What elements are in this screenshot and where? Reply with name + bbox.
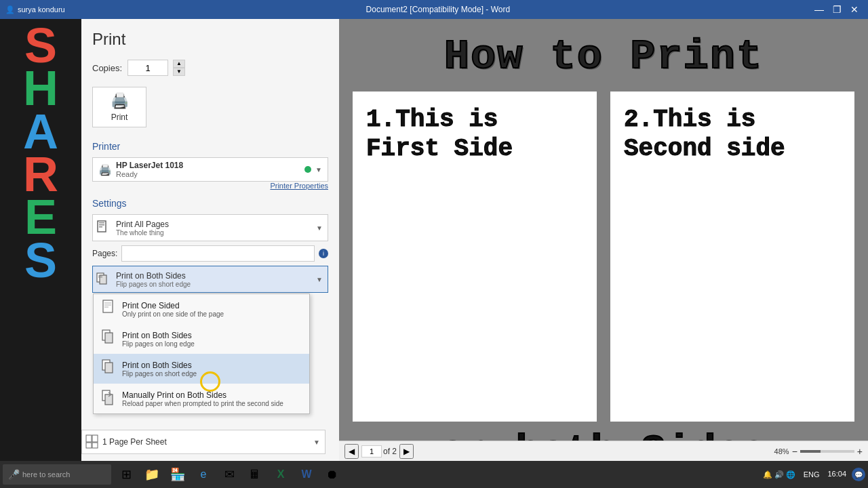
task-view-button[interactable]: ⊞ <box>114 462 138 487</box>
close-button[interactable]: ✕ <box>846 3 863 16</box>
maximize-button[interactable]: ❐ <box>829 3 845 16</box>
zoom-control: 48% − + <box>774 446 863 457</box>
copies-up-button[interactable]: ▲ <box>173 60 185 68</box>
next-page-button[interactable]: ▶ <box>399 444 414 459</box>
printer-name: HP LaserJet 1018 <box>116 161 300 170</box>
dropdown-item-text-2: Print on Both Sides Flip pages on long e… <box>122 331 302 348</box>
pps-icon <box>82 430 102 453</box>
printer-select[interactable]: 🖨️ HP LaserJet 1018 Ready ▼ <box>92 157 328 182</box>
copies-input[interactable] <box>127 60 168 76</box>
print-panel: Print Copies: ▲ ▼ 🖨️ Print Printer 🖨️ HP… <box>81 19 339 488</box>
pages-icon <box>93 215 113 241</box>
duplex-sub: Flip pages on short edge <box>116 281 309 288</box>
page-indicator: of 2 <box>361 445 397 458</box>
dropdown-item-2[interactable]: Print on Both Sides Flip pages on long e… <box>94 324 309 354</box>
printer-dropdown-arrow: ▼ <box>315 166 322 174</box>
svg-rect-20 <box>86 443 92 448</box>
setting-sub-1: The whole thing <box>116 229 309 237</box>
pages-info-icon[interactable]: i <box>319 249 328 258</box>
manual-duplex-icon <box>100 388 117 409</box>
setting-main-1: Print All Pages <box>116 220 309 229</box>
svg-rect-2 <box>99 224 104 226</box>
svg-rect-3 <box>99 226 102 228</box>
dropdown-item-4[interactable]: Manually Print on Both Sides Reload pape… <box>94 384 309 413</box>
print-title: Print <box>92 30 328 49</box>
doc-page-2: 2.This is Second side <box>610 92 854 422</box>
printer-icon-small: 🖨️ <box>98 163 112 176</box>
svg-rect-13 <box>105 333 113 343</box>
mic-icon: 🎤 <box>8 469 20 480</box>
svg-rect-5 <box>100 275 106 284</box>
dropdown-item-text-4: Manually Print on Both Sides Reload pape… <box>122 390 302 407</box>
edge-button[interactable]: e <box>191 462 216 487</box>
doc-page-1: 1.This is First Side <box>353 92 597 422</box>
copies-row: Copies: ▲ ▼ <box>92 60 328 76</box>
doc-title-area: How to Print <box>353 33 854 81</box>
copies-spinner: ▲ ▼ <box>173 60 185 76</box>
total-pages: of 2 <box>383 447 397 456</box>
svg-rect-19 <box>92 435 98 442</box>
taskbar: 🎤 here to search ⊞ 📁 🏪 e ✉ 🖩 X W ⏺ 🔔 🔊 🌐… <box>0 461 868 488</box>
zoom-slider[interactable] <box>800 450 854 453</box>
taskbar-search[interactable]: 🎤 here to search <box>3 464 111 485</box>
svg-rect-8 <box>103 300 113 312</box>
svg-rect-18 <box>86 435 92 442</box>
left-sidebar: S H A R E S <box>0 19 81 488</box>
pages-per-sheet-row[interactable]: 1 Page Per Sheet ▼ <box>81 430 326 454</box>
dropdown-item-3[interactable]: Print on Both Sides Flip pages on short … <box>94 354 309 384</box>
taskbar-search-text: here to search <box>22 470 70 479</box>
print-all-pages-setting[interactable]: Print All Pages The whole thing ▼ <box>92 214 328 241</box>
svg-rect-1 <box>99 222 104 224</box>
taskbar-time: 16:04 <box>827 469 846 479</box>
print-button[interactable]: 🖨️ Print <box>92 87 146 127</box>
duplex-text: Print on Both Sides Flip pages on short … <box>113 270 311 289</box>
print-button-wrap: 🖨️ Print <box>92 87 328 127</box>
print-btn-label: Print <box>111 113 128 122</box>
copies-down-button[interactable]: ▼ <box>173 68 185 76</box>
duplex-arrow: ▼ <box>311 266 328 292</box>
minimize-button[interactable]: — <box>811 3 827 16</box>
page2-text: 2.This is Second side <box>624 105 841 163</box>
zoom-out-button[interactable]: − <box>792 446 797 457</box>
excel-button[interactable]: X <box>269 462 293 487</box>
page-number-input[interactable] <box>361 445 382 458</box>
email-button[interactable]: ✉ <box>217 462 241 487</box>
printer-icon: 🖨️ <box>111 92 129 110</box>
print-all-pages-text: Print All Pages The whole thing <box>113 218 311 238</box>
prev-page-button[interactable]: ◀ <box>344 444 359 459</box>
zoom-in-button[interactable]: + <box>857 446 863 457</box>
title-bar-title: Document2 [Compatibility Mode] - Word <box>65 5 811 14</box>
both-sides-short-icon <box>100 358 117 380</box>
printer-section-title: Printer <box>92 141 328 152</box>
taskbar-lang: ENG <box>801 470 823 479</box>
setting-arrow-1: ▼ <box>311 215 328 241</box>
taskbar-icons: 🔔 🔊 🌐 <box>763 470 795 479</box>
dropdown-item-text-1: Print One Sided Only print on one side o… <box>122 301 302 318</box>
sidebar-letters: S H A R E S <box>0 19 81 287</box>
printer-info: HP LaserJet 1018 Ready <box>116 161 300 178</box>
printer-status-dot <box>304 166 311 173</box>
document-area: How to Print 1.This is First Side 2.This… <box>339 19 868 488</box>
file-explorer-button[interactable]: 📁 <box>140 462 164 487</box>
title-bar: 👤 surya konduru Document2 [Compatibility… <box>0 0 868 19</box>
duplex-setting[interactable]: Print on Both Sides Flip pages on short … <box>92 266 328 293</box>
pages-label: Pages: <box>92 249 117 258</box>
taskbar-right: 🔔 🔊 🌐 ENG 16:04 💬 <box>763 468 866 481</box>
title-bar-controls: — ❐ ✕ <box>811 3 863 16</box>
svg-rect-21 <box>92 443 98 448</box>
both-sides-long-icon <box>100 328 117 350</box>
dropdown-item-1[interactable]: Print One Sided Only print on one side o… <box>94 294 309 324</box>
title-bar-user: 👤 surya konduru <box>5 5 65 14</box>
printer-status: Ready <box>116 170 300 178</box>
notification-button[interactable]: 💬 <box>852 468 865 481</box>
word-button[interactable]: W <box>294 462 319 487</box>
printer-properties-link[interactable]: Printer Properties <box>92 182 328 190</box>
calculator-button[interactable]: 🖩 <box>243 462 267 487</box>
media-button[interactable]: ⏺ <box>320 462 344 487</box>
pages-row: Pages: i <box>92 245 328 262</box>
dropdown-item-text-3: Print on Both Sides Flip pages on short … <box>122 361 302 378</box>
pps-label: 1 Page Per Sheet <box>102 437 309 447</box>
duplex-icon <box>93 266 113 292</box>
store-button[interactable]: 🏪 <box>165 462 190 487</box>
pages-input[interactable] <box>121 245 315 262</box>
